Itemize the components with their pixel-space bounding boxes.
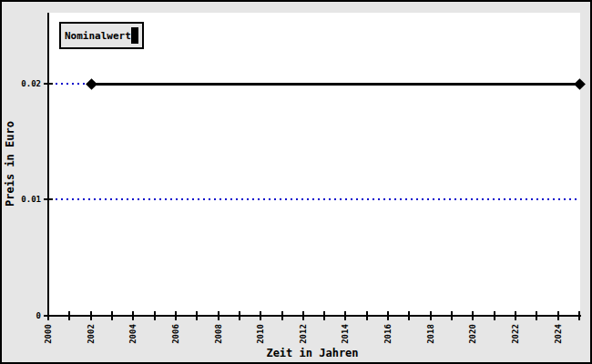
x-tick	[90, 311, 92, 320]
x-tick-label: 2004	[128, 318, 138, 350]
x-tick-label: 2002	[86, 318, 97, 350]
x-tick	[472, 311, 474, 320]
x-tick	[132, 311, 134, 320]
x-tick	[387, 311, 389, 320]
legend: Nominalwert	[59, 22, 144, 49]
x-tick	[366, 311, 368, 320]
x-tick-label: 2008	[213, 318, 224, 350]
y-tick	[44, 83, 53, 85]
x-tick	[344, 311, 346, 320]
y-tick	[44, 315, 53, 317]
x-tick	[578, 311, 580, 320]
x-tick-label: 2000	[43, 318, 54, 350]
x-tick	[302, 311, 304, 320]
x-axis-title: Zeit in Jahren	[221, 347, 403, 359]
x-tick-label: 2012	[298, 318, 309, 350]
x-tick	[196, 311, 198, 320]
x-tick	[323, 311, 325, 320]
legend-label: Nominalwert	[65, 30, 131, 42]
x-tick-label: 2020	[467, 318, 478, 350]
plot-area	[48, 13, 580, 316]
y-gridline	[50, 198, 580, 200]
x-tick-label: 2006	[170, 318, 181, 350]
x-tick	[451, 311, 453, 320]
x-tick	[111, 311, 113, 320]
legend-color-swatch	[131, 27, 138, 44]
y-axis-title: Preis in Euro	[4, 91, 16, 237]
x-tick	[218, 311, 219, 320]
x-tick	[515, 311, 516, 320]
chart: 2000200220042006200820102012201420162018…	[0, 0, 592, 364]
x-tick	[154, 311, 156, 320]
x-tick-label: 2018	[425, 318, 436, 350]
x-tick-label: 2022	[510, 318, 521, 350]
x-tick	[175, 311, 177, 320]
x-tick	[260, 311, 261, 320]
x-tick	[68, 311, 70, 320]
y-axis-line	[47, 13, 49, 317]
x-tick-label: 2014	[340, 318, 351, 350]
y-tick-label: 0.02	[10, 79, 41, 88]
x-tick	[557, 311, 559, 320]
x-tick	[494, 311, 495, 320]
x-tick-label: 2010	[255, 318, 266, 350]
y-tick	[44, 198, 53, 200]
x-tick-label: 2024	[553, 318, 564, 350]
y-tick-label: 0	[10, 311, 41, 320]
x-axis-line	[47, 315, 581, 317]
x-tick	[536, 311, 537, 320]
series-line	[91, 83, 579, 86]
x-tick	[281, 311, 283, 320]
x-tick-label: 2016	[383, 318, 393, 350]
x-tick	[408, 311, 410, 320]
x-tick	[430, 311, 432, 320]
x-tick	[239, 311, 240, 320]
